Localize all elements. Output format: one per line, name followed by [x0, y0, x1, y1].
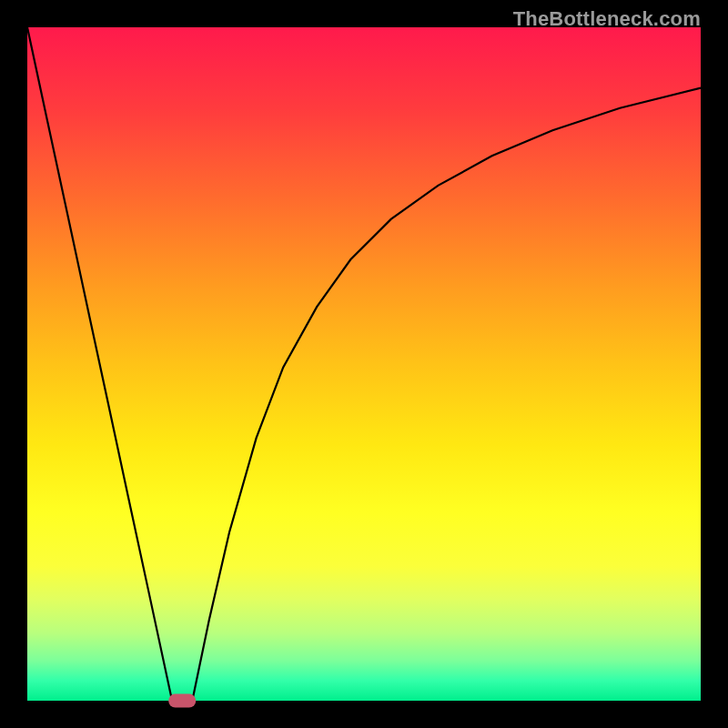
curve-svg — [27, 27, 701, 701]
plot-area — [27, 27, 701, 701]
curve-left — [27, 27, 172, 701]
curve-right — [192, 88, 701, 701]
bottleneck-marker — [168, 694, 196, 708]
chart-container: TheBottleneck.com — [0, 0, 728, 728]
